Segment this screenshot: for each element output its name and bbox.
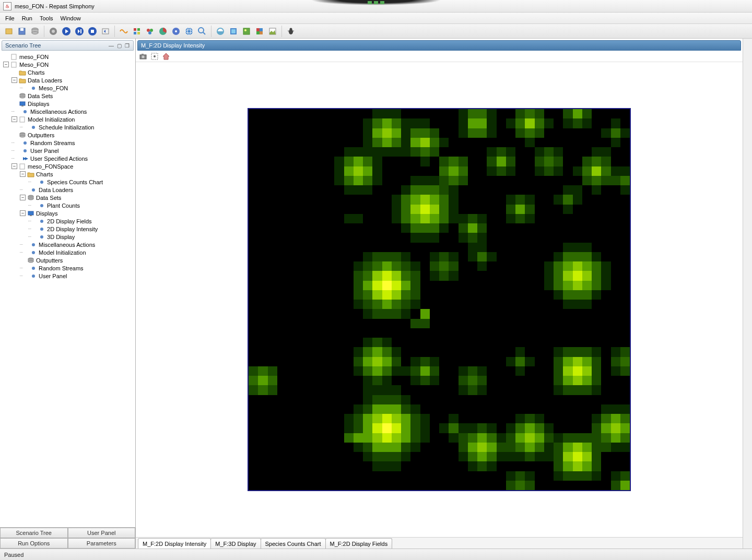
tree-node[interactable]: Data Sets <box>1 92 134 100</box>
svg-point-51 <box>24 110 27 113</box>
tree-node[interactable]: ┈Plant Counts <box>1 201 134 209</box>
image1-icon[interactable] <box>241 26 252 37</box>
tree-node[interactable]: ┈3D Display <box>1 233 134 241</box>
play-icon[interactable] <box>61 26 72 37</box>
right-scrollbar[interactable] <box>743 39 752 549</box>
svg-rect-14 <box>134 28 136 31</box>
svg-point-18 <box>147 29 150 32</box>
stop-icon[interactable] <box>87 26 98 37</box>
tree-node[interactable]: −Meso_FON <box>1 61 134 68</box>
screen-icon <box>27 210 34 217</box>
svg-rect-52 <box>20 117 25 122</box>
pie-icon[interactable] <box>157 26 169 37</box>
expander-icon[interactable]: − <box>20 171 26 177</box>
restore-icon[interactable]: ❐ <box>124 42 130 49</box>
db-icon <box>19 93 26 99</box>
svg-point-48 <box>20 96 25 98</box>
zoom-icon[interactable] <box>196 26 208 37</box>
pane-tab-parameters[interactable]: Parameters <box>68 538 136 549</box>
tree-node[interactable]: ┈User Specified Actions <box>1 154 134 162</box>
image3-icon[interactable] <box>267 26 278 37</box>
tree-node[interactable]: ┈Meso_FON <box>1 84 134 92</box>
display-viewport[interactable] <box>136 62 743 537</box>
menu-run[interactable]: Run <box>19 14 36 22</box>
svg-rect-50 <box>21 105 24 106</box>
scenario-tree[interactable]: meso_FON−Meso_FONCharts−Data Loaders┈Mes… <box>0 51 135 527</box>
display-tab[interactable]: Species Counts Chart <box>261 538 326 549</box>
expander-icon[interactable]: − <box>11 77 17 83</box>
tree-label: Outputters <box>28 132 54 138</box>
wave-icon[interactable] <box>118 26 130 37</box>
globe-icon[interactable] <box>183 26 195 37</box>
tree-node[interactable]: −meso_FONSpace <box>1 162 134 170</box>
display-tab[interactable]: M_F:3D Display <box>210 538 261 549</box>
svg-point-57 <box>24 141 27 145</box>
agents-icon[interactable] <box>144 26 156 37</box>
svg-rect-66 <box>28 211 33 215</box>
tree-node[interactable]: ┈Miscellaneous Actions <box>1 108 134 115</box>
step-icon[interactable] <box>74 26 85 37</box>
image2-icon[interactable] <box>254 26 265 37</box>
tree-node[interactable]: ┈Random Streams <box>1 139 134 147</box>
home-icon[interactable] <box>162 52 170 61</box>
minimize-icon[interactable]: — <box>108 42 114 49</box>
bug-icon[interactable] <box>285 26 297 37</box>
layers2-icon[interactable] <box>228 26 239 37</box>
open-icon[interactable] <box>3 26 15 37</box>
screen-icon <box>19 101 26 107</box>
tree-node[interactable]: Outputters <box>1 131 134 139</box>
display-tab[interactable]: M_F:2D Display Intensity <box>138 538 211 549</box>
expander-icon[interactable]: − <box>20 195 26 200</box>
reset-icon[interactable] <box>100 26 111 37</box>
tree-node[interactable]: Charts <box>1 68 134 76</box>
svg-point-27 <box>198 28 204 33</box>
tree-node[interactable]: meso_FON <box>1 53 134 61</box>
svg-rect-35 <box>260 28 263 31</box>
svg-point-58 <box>24 149 27 152</box>
expander-icon[interactable]: − <box>11 163 17 169</box>
tree-label: User Panel <box>30 148 58 154</box>
maximize-icon[interactable]: ▢ <box>116 42 122 49</box>
tree-node[interactable]: ┈Miscellaneous Actions <box>1 241 134 248</box>
tree-node[interactable]: Displays <box>1 100 134 108</box>
expander-icon[interactable]: − <box>11 116 17 122</box>
menu-file[interactable]: File <box>2 14 18 22</box>
pane-tab-run-options[interactable]: Run Options <box>0 538 68 549</box>
tree-label: Meso_FON <box>19 62 49 68</box>
expander-icon[interactable]: − <box>3 62 9 67</box>
tree-node[interactable]: ┈User Panel <box>1 272 134 280</box>
tree-node[interactable]: −Charts <box>1 170 134 178</box>
svg-point-79 <box>142 55 145 58</box>
tree-node[interactable]: Outputters <box>1 256 134 264</box>
tree-node[interactable]: ┈Random Streams <box>1 264 134 272</box>
tree-node[interactable]: ┈Data Loaders <box>1 186 134 194</box>
tree-node[interactable]: ┈Species Counts Chart <box>1 178 134 186</box>
disk-icon[interactable] <box>170 26 182 37</box>
pane-tab-user-panel[interactable]: User Panel <box>68 528 136 538</box>
db-icon[interactable] <box>29 26 41 37</box>
tree-node[interactable]: ┈User Panel <box>1 147 134 154</box>
menu-window[interactable]: Window <box>57 14 84 22</box>
expander-icon[interactable]: − <box>20 210 26 216</box>
svg-rect-67 <box>30 215 32 216</box>
grid-icon[interactable] <box>131 26 143 37</box>
tree-node[interactable]: −Displays <box>1 209 134 217</box>
tree-node[interactable]: ┈Model Initialization <box>1 248 134 256</box>
tree-node[interactable]: −Model Initialization <box>1 115 134 123</box>
fit-icon[interactable] <box>150 52 159 61</box>
tree-node[interactable]: ┈Schedule Initialization <box>1 123 134 131</box>
tree-node[interactable]: −Data Sets <box>1 194 134 201</box>
layers1-icon[interactable] <box>215 26 226 37</box>
tree-node[interactable]: ┈2D Display Intensity <box>1 225 134 233</box>
display-tab[interactable]: M_F:2D Display Fields <box>325 538 393 549</box>
camera-icon[interactable] <box>139 52 147 61</box>
save-icon[interactable] <box>16 26 28 37</box>
pane-tab-scenario-tree[interactable]: Scenario Tree <box>0 528 68 538</box>
tree-node[interactable]: ┈2D Display Fields <box>1 217 134 225</box>
init-icon[interactable] <box>48 26 59 37</box>
tree-label: Species Counts Chart <box>47 179 103 185</box>
menu-tools[interactable]: Tools <box>37 14 56 22</box>
tree-node[interactable]: −Data Loaders <box>1 76 134 84</box>
svg-rect-49 <box>20 102 25 105</box>
svg-point-40 <box>290 28 292 30</box>
